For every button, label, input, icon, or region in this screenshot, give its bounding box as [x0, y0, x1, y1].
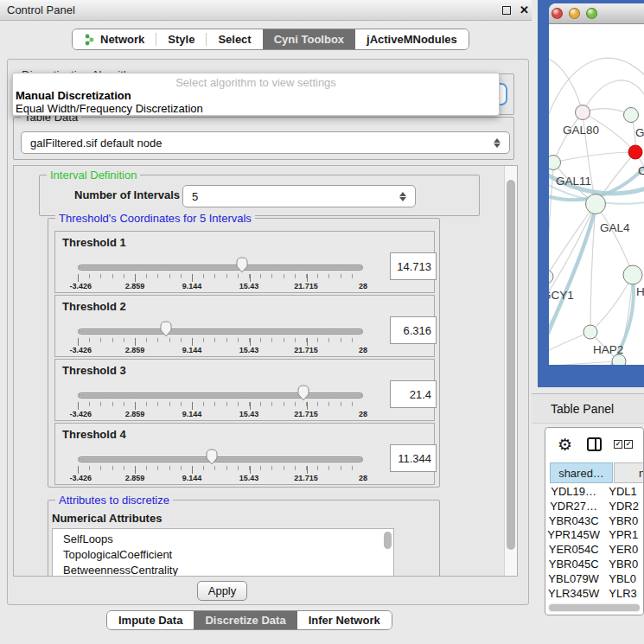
- network-view-window: GAL80 GA C GAL11 GAL4 GCY1 H HAP2: [538, 0, 644, 387]
- threshold-1-slider[interactable]: -3.4262.859 9.14415.43 21.71528: [78, 254, 363, 292]
- table-row[interactable]: YER054CYER0: [547, 543, 643, 558]
- threshold-3-slider-thumb[interactable]: [296, 385, 309, 404]
- table-data-combobox[interactable]: galFiltered.sif default node: [21, 131, 510, 154]
- tab-cyni-toolbox-label: Cyni Toolbox: [274, 33, 344, 46]
- dropdown-option-equal-width[interactable]: Equal Width/Frequency Discretization: [16, 102, 203, 115]
- table-data-group: Table Data galFiltered.sif default node: [13, 117, 514, 160]
- thresholds-group-label: Threshold's Coordinates for 5 Intervals: [55, 212, 255, 225]
- table-toolbar: ⚙ ✓ ✓: [545, 428, 643, 461]
- tab-network-label: Network: [100, 33, 144, 46]
- slider-track[interactable]: [78, 456, 363, 462]
- slider-tick-labels: -3.4262.859 9.14415.43 21.71528: [78, 410, 363, 419]
- threshold-4-value-field[interactable]: 11.344: [390, 444, 437, 472]
- node-hap2[interactable]: [583, 325, 597, 339]
- thresholds-group: Threshold's Coordinates for 5 Intervals …: [48, 218, 440, 488]
- threshold-2-value-field[interactable]: 6.316: [390, 316, 437, 344]
- tab-infer-network[interactable]: Infer Network: [297, 611, 392, 629]
- numerical-attributes-list[interactable]: SelfLoops TopologicalCoefficient Between…: [52, 528, 394, 577]
- threshold-2-slider-thumb[interactable]: [160, 321, 173, 340]
- column-header-name[interactable]: na: [614, 462, 644, 483]
- node-gal11[interactable]: [549, 156, 561, 170]
- threshold-3-slider[interactable]: -3.4262.859 9.14415.43 21.71528: [78, 382, 363, 420]
- table-row[interactable]: YPR145WYPR1: [547, 528, 643, 543]
- table-horizontal-scrollbar[interactable]: [548, 603, 641, 612]
- column-header-shared-name[interactable]: shared…: [550, 462, 613, 483]
- select-all-check-icon[interactable]: ✓: [624, 440, 633, 449]
- threshold-4-label: Threshold 4: [62, 428, 126, 441]
- table-rows: YDL19…YDL1 YDR27…YDR2 YBR043CYBR0 YPR145…: [547, 485, 643, 607]
- close-icon[interactable]: ✕: [520, 6, 529, 15]
- tab-impute-data[interactable]: Impute Data: [107, 611, 194, 629]
- node-label-gal11: GAL11: [556, 175, 591, 188]
- table-row[interactable]: YBL079WYBL0: [547, 572, 643, 587]
- slider-tick-labels: -3.4262.859 9.14415.43 21.71528: [78, 474, 363, 483]
- node-gal4[interactable]: [586, 194, 606, 214]
- list-scrollbar-thumb[interactable]: [384, 532, 392, 549]
- threshold-4-panel: Threshold 4 -3.4262.859 9.14415.43 21.71…: [54, 423, 435, 485]
- table-horizontal-scrollbar-thumb[interactable]: [549, 604, 640, 611]
- bottom-tab-bar: Impute Data Discretize Data Infer Networ…: [106, 610, 392, 630]
- threshold-3-value-field[interactable]: 21.4: [390, 380, 437, 408]
- settings-scrollbar[interactable]: [504, 166, 517, 576]
- minimize-traffic-light-icon[interactable]: [569, 8, 580, 19]
- cyni-panel: Table Data galFiltered.sif default node …: [7, 59, 529, 605]
- table-row[interactable]: YLR345WYLR3: [547, 587, 643, 602]
- threshold-4-slider-thumb[interactable]: [206, 449, 219, 468]
- network-canvas[interactable]: GAL80 GA C GAL11 GAL4 GCY1 H HAP2: [549, 24, 644, 365]
- select-column-check-icon[interactable]: ✓: [614, 440, 622, 449]
- gear-icon[interactable]: ⚙: [558, 435, 572, 455]
- network-icon: [84, 34, 95, 46]
- table-row[interactable]: YDL19…YDL1: [547, 485, 643, 500]
- tab-cyni-toolbox[interactable]: Cyni Toolbox: [263, 29, 355, 49]
- dropdown-option-manual[interactable]: Manual Discretization: [16, 89, 131, 102]
- tab-infer-network-label: Infer Network: [309, 614, 380, 627]
- threshold-1-value-field[interactable]: 14.713: [390, 252, 437, 280]
- list-item[interactable]: BetweennessCentrality: [53, 563, 393, 577]
- node-top-right[interactable]: [624, 108, 639, 123]
- tab-discretize-data[interactable]: Discretize Data: [194, 611, 296, 629]
- tab-style[interactable]: Style: [156, 29, 206, 49]
- tab-jactivemnodules[interactable]: jActiveMNodules: [355, 29, 469, 49]
- network-window-titlebar[interactable]: [549, 3, 644, 24]
- slider-tick-labels: -3.4262.859 9.14415.43 21.71528: [78, 282, 363, 291]
- tab-select-label: Select: [218, 33, 251, 46]
- slider-track[interactable]: [78, 328, 363, 335]
- interval-definition-label: Interval Definition: [47, 169, 140, 182]
- threshold-2-slider[interactable]: -3.4262.859 9.14415.43 21.71528: [78, 318, 363, 356]
- slider-track[interactable]: [78, 392, 363, 399]
- combobox-arrows-icon: [494, 138, 501, 148]
- list-item[interactable]: SelfLoops: [53, 529, 393, 547]
- top-tab-bar: Network Style Select Cyni Toolbox jActiv…: [72, 29, 469, 50]
- settings-scrollbar-thumb[interactable]: [507, 180, 515, 550]
- close-traffic-light-icon[interactable]: [552, 8, 563, 19]
- threshold-1-panel: Threshold 1 -3.4262.859 9.14415.43 21.71…: [54, 231, 435, 293]
- interval-definition-group: Interval Definition Number of Intervals …: [39, 175, 480, 216]
- threshold-1-label: Threshold 1: [62, 236, 126, 249]
- table-row[interactable]: YBR045CYBR0: [547, 558, 643, 572]
- node-selected-red[interactable]: [628, 145, 642, 159]
- network-graph: GAL80 GA C GAL11 GAL4 GCY1 H HAP2: [549, 24, 644, 365]
- node-label-gal4: GAL4: [600, 221, 630, 234]
- table-data-combobox-value: galFiltered.sif default node: [30, 137, 162, 150]
- control-panel-titlebar: Control Panel ✕: [0, 0, 536, 21]
- table-row[interactable]: YDR27…YDR2: [547, 500, 643, 514]
- node-gal80[interactable]: [576, 105, 590, 120]
- number-of-intervals-combobox[interactable]: 5: [182, 185, 416, 207]
- float-window-icon[interactable]: [502, 6, 511, 15]
- threshold-4-slider[interactable]: -3.4262.859 9.14415.43 21.71528: [78, 446, 363, 484]
- tab-select[interactable]: Select: [207, 29, 262, 49]
- tab-style-label: Style: [168, 33, 194, 46]
- slider-track[interactable]: [78, 265, 363, 271]
- node-right-mid[interactable]: [623, 265, 642, 284]
- threshold-1-slider-thumb[interactable]: [236, 257, 249, 276]
- threshold-3-label: Threshold 3: [62, 364, 126, 377]
- apply-button[interactable]: Apply: [197, 581, 247, 601]
- node-gcy1[interactable]: [549, 270, 553, 284]
- threshold-2-label: Threshold 2: [62, 300, 126, 313]
- split-view-icon[interactable]: [587, 437, 602, 451]
- table-row[interactable]: YBR043CYBR0: [547, 514, 643, 529]
- tab-network[interactable]: Network: [73, 29, 156, 49]
- zoom-traffic-light-icon[interactable]: [586, 8, 597, 19]
- settings-scroll-pane: Interval Definition Number of Intervals …: [13, 165, 518, 577]
- list-item[interactable]: TopologicalCoefficient: [53, 547, 393, 563]
